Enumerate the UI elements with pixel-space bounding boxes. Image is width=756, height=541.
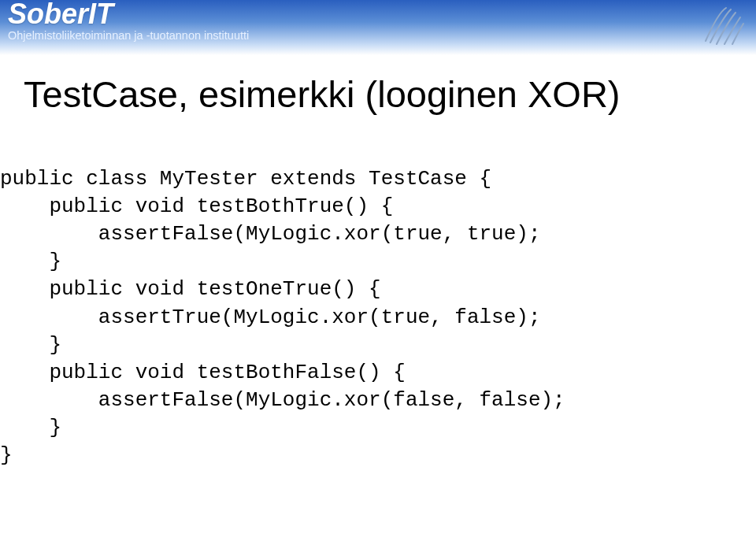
code-line: public void testBothTrue() { <box>0 195 393 218</box>
code-line: } <box>0 416 61 439</box>
code-line: } <box>0 443 13 467</box>
slide-title: TestCase, esimerkki (looginen XOR) <box>24 72 756 116</box>
code-line: assertTrue(MyLogic.xor(true, false); <box>0 306 541 329</box>
code-line: public class MyTester extends TestCase { <box>0 167 491 191</box>
logo-icon <box>702 5 748 49</box>
code-line: assertFalse(MyLogic.xor(true, true); <box>0 222 541 246</box>
brand-subtitle: Ohjelmistoliiketoiminnan ja -tuotannon i… <box>8 30 249 42</box>
code-block: public class MyTester extends TestCase {… <box>0 138 756 469</box>
code-line: assertFalse(MyLogic.xor(false, false); <box>0 388 565 412</box>
code-line: public void testOneTrue() { <box>0 277 381 301</box>
brand-name: SoberIT <box>8 0 249 28</box>
code-line: public void testBothFalse() { <box>0 361 406 384</box>
header-text-block: SoberIT Ohjelmistoliiketoiminnan ja -tuo… <box>8 0 249 42</box>
header-banner: SoberIT Ohjelmistoliiketoiminnan ja -tuo… <box>0 0 756 55</box>
code-line: } <box>0 250 61 273</box>
code-line: } <box>0 333 61 357</box>
